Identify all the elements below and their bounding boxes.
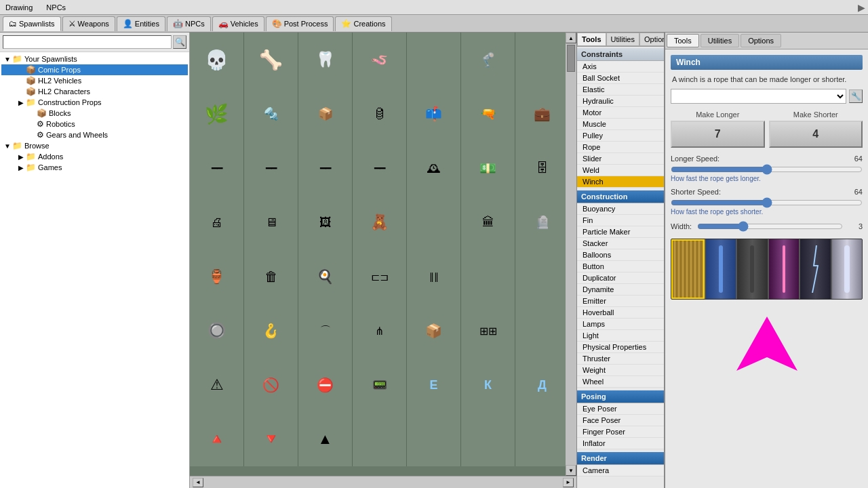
make-longer-button[interactable]: 7 (671, 121, 765, 148)
item-pipe1[interactable]: ⌒ (298, 304, 353, 358)
tree-item-comic-props[interactable]: 📦 Comic Props (1, 64, 188, 75)
cat-weight[interactable]: Weight (577, 365, 664, 376)
cat-thruster[interactable]: Thruster (577, 353, 664, 365)
item-empty6[interactable] (461, 249, 515, 304)
cat-physical-properties[interactable]: Physical Properties (577, 342, 664, 353)
item-doll[interactable]: 🧸 (353, 195, 407, 249)
tab-utilities[interactable]: Utilities (606, 33, 639, 46)
item-cyrillic1[interactable]: Е (407, 358, 461, 412)
cat-winch[interactable]: Winch (577, 176, 664, 188)
item-tri-sign2[interactable]: 🔻 (244, 412, 298, 466)
cat-dynamite[interactable]: Dynamite (577, 284, 664, 296)
scroll-down[interactable]: ▼ (566, 465, 576, 476)
item-box[interactable]: 📫 (407, 87, 461, 141)
item-metal1[interactable]: 🔩 (244, 87, 298, 141)
rope-swatch-white[interactable] (832, 239, 863, 299)
item-intestine[interactable]: 🪱 (353, 33, 407, 87)
item-plank3[interactable]: ━━ (298, 141, 353, 195)
scroll-up[interactable]: ▲ (566, 33, 576, 43)
cat-hoverball[interactable]: Hoverball (577, 307, 664, 319)
item-tri-sign1[interactable]: 🔺 (190, 412, 244, 466)
cat-button[interactable]: Button (577, 261, 664, 272)
cat-hydraulic[interactable]: Hydraulic (577, 96, 664, 107)
item-cyrillic2[interactable]: К (461, 358, 515, 412)
item-pipes[interactable]: ∥∥ (407, 249, 461, 304)
item-briefcase[interactable]: 💼 (515, 87, 566, 141)
item-cabinet[interactable]: 🗄 (515, 141, 566, 195)
longer-speed-slider[interactable] (671, 164, 863, 175)
item-plank4[interactable]: ━━ (353, 141, 407, 195)
search-button[interactable]: 🔍 (173, 35, 186, 49)
tree-item-robotics[interactable]: ⚙ Robotics (1, 119, 188, 129)
tree-item-browse[interactable]: ▼ 📁 Browse (1, 140, 188, 151)
tab-vehicles[interactable]: 🚗 Vehicles (212, 16, 264, 31)
rope-swatch-lightning[interactable] (800, 239, 831, 299)
right-tab-tools[interactable]: Tools (667, 34, 699, 47)
item-pillar[interactable]: 🏛 (461, 195, 515, 249)
cat-light[interactable]: Light (577, 330, 664, 342)
item-block1[interactable]: 📦 (298, 87, 353, 141)
shorter-speed-slider[interactable] (671, 197, 863, 208)
cat-rope[interactable]: Rope (577, 142, 664, 153)
item-frame[interactable]: 🖼 (298, 195, 353, 249)
cat-inflator[interactable]: Inflator (577, 438, 664, 449)
item-sign1[interactable]: ⚠ (190, 358, 244, 412)
tree-item-games[interactable]: ▶ 📁 Games (1, 162, 188, 173)
item-empty15[interactable] (515, 412, 566, 466)
cat-buoyancy[interactable]: Buoyancy (577, 203, 664, 215)
cat-motor[interactable]: Motor (577, 107, 664, 119)
item-plank2[interactable]: ━━ (244, 141, 298, 195)
item-tire[interactable]: 🔘 (190, 304, 244, 358)
cat-fin[interactable]: Fin (577, 215, 664, 226)
item-empty1[interactable] (407, 33, 461, 87)
tree-item-addons[interactable]: ▶ 📁 Addons (1, 151, 188, 162)
item-sign2[interactable]: 🚫 (244, 358, 298, 412)
item-empty9[interactable] (515, 304, 566, 358)
item-bone[interactable]: 🦴 (244, 33, 298, 87)
item-grave[interactable]: 🪦 (515, 195, 566, 249)
rope-swatch-dark[interactable] (737, 239, 768, 299)
item-skull[interactable]: 💀 (190, 33, 244, 87)
tab-spawnlists[interactable]: 🗂 Spawnlists (3, 16, 61, 31)
cat-pulley[interactable]: Pulley (577, 130, 664, 142)
tree-item-your-spawnlists[interactable]: ▼ 📁 Your Spawnlists (1, 54, 188, 64)
right-tab-utilities[interactable]: Utilities (701, 34, 739, 47)
content-scrollbar[interactable]: ▲ ▼ (566, 33, 576, 476)
item-frame2[interactable]: ⊞⊞ (461, 304, 515, 358)
cat-emitter[interactable]: Emitter (577, 296, 664, 307)
item-empty12[interactable] (353, 412, 407, 466)
search-input[interactable] (3, 35, 172, 49)
item-tri-sign3[interactable]: ▲ (298, 412, 353, 466)
cat-stacker[interactable]: Stacker (577, 238, 664, 249)
width-slider[interactable] (697, 221, 843, 232)
winch-wrench-button[interactable]: 🔧 (849, 89, 863, 103)
tree-item-blocks[interactable]: 📦 Blocks (1, 108, 188, 119)
item-vase[interactable]: 🏺 (190, 249, 244, 304)
cat-camera[interactable]: Camera (577, 465, 664, 476)
cat-wheel[interactable]: Wheel (577, 376, 664, 388)
cat-face-poser[interactable]: Face Poser (577, 415, 664, 426)
cat-balloons[interactable]: Balloons (577, 249, 664, 261)
item-sign4[interactable]: 📟 (353, 358, 407, 412)
item-foliage[interactable]: 🌿 (190, 87, 244, 141)
rope-swatch-pink[interactable] (769, 239, 800, 299)
cat-elastic[interactable]: Elastic (577, 84, 664, 96)
cat-lamps[interactable]: Lamps (577, 319, 664, 330)
rope-swatch-rope[interactable] (671, 239, 705, 299)
tree-item-hl2-characters[interactable]: 📦 HL2 Characters (1, 86, 188, 97)
item-spine[interactable]: 🦷 (298, 33, 353, 87)
right-tab-options[interactable]: Options (741, 34, 781, 47)
item-empty5[interactable] (407, 195, 461, 249)
item-cash[interactable]: 💵 (461, 141, 515, 195)
tree-item-hl2-vehicles[interactable]: 📦 HL2 Vehicles (1, 75, 188, 86)
expand-button[interactable]: ▶ (858, 2, 865, 13)
cat-eye-poser[interactable]: Eye Poser (577, 403, 664, 415)
make-shorter-button[interactable]: 4 (769, 121, 863, 148)
item-limb[interactable]: 🦿 (461, 33, 515, 87)
item-empty7[interactable] (515, 249, 566, 304)
longer-speed-hint[interactable]: How fast the rope gets longer. (671, 175, 863, 182)
tab-weapons[interactable]: ⚔ Weapons (62, 16, 115, 31)
menu-npcs[interactable]: NPCs (43, 2, 68, 13)
item-clock[interactable]: 🕰 (407, 141, 461, 195)
item-stand1[interactable]: ⋔ (353, 304, 407, 358)
